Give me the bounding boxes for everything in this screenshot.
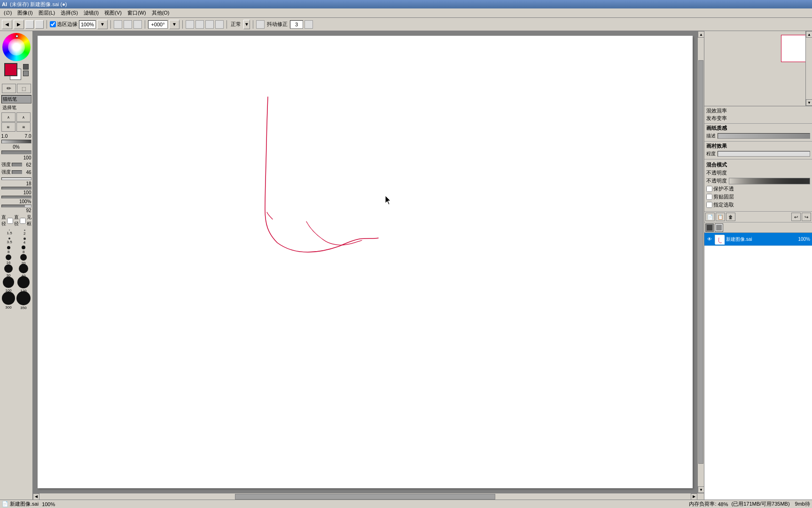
paint-effect-slider[interactable] bbox=[718, 151, 810, 157]
menu-item-null[interactable]: (∅) bbox=[1, 9, 15, 16]
right-vscroll-track[interactable] bbox=[806, 38, 812, 99]
color-wheel-container[interactable] bbox=[2, 33, 31, 61]
brush-dot-20[interactable] bbox=[20, 254, 27, 261]
foreground-color-swatch[interactable] bbox=[4, 63, 17, 76]
zoom-input[interactable] bbox=[79, 20, 96, 29]
stabilize-input[interactable] bbox=[290, 20, 303, 29]
paper-texture-slider[interactable] bbox=[718, 133, 810, 139]
clip-layer-cb[interactable] bbox=[706, 194, 712, 200]
slider-100[interactable] bbox=[1, 151, 31, 154]
tool-d[interactable]: ≋ bbox=[16, 122, 31, 132]
toolbar-sq1[interactable] bbox=[114, 20, 122, 29]
hscroll-track[interactable] bbox=[39, 493, 691, 500]
toolbar-btn-2[interactable]: ▶ bbox=[14, 20, 24, 29]
toolbar-sq2[interactable] bbox=[124, 20, 132, 29]
canvas-inner[interactable] bbox=[38, 36, 693, 488]
angle-down-btn[interactable]: ▼ bbox=[169, 20, 180, 29]
color-wheel[interactable] bbox=[2, 33, 31, 61]
layer-list[interactable]: 👁 新建图像.sai 100% bbox=[704, 233, 812, 500]
menu-item-image[interactable]: 图像(I) bbox=[15, 9, 35, 17]
brush-dot-16[interactable] bbox=[6, 254, 11, 260]
color-extra-1[interactable] bbox=[23, 64, 29, 70]
vscroll-track[interactable] bbox=[698, 38, 704, 486]
layer-btn-undo[interactable]: ↩ bbox=[791, 213, 801, 221]
right-vscroll[interactable]: ▲ ▼ bbox=[805, 31, 812, 106]
brush-dot-8b[interactable] bbox=[22, 246, 25, 249]
preview-thumb[interactable] bbox=[781, 35, 808, 62]
toolbar-sq7[interactable] bbox=[215, 20, 224, 29]
vscroll-up-btn[interactable]: ▲ bbox=[698, 31, 704, 38]
protect-opacity-cb[interactable] bbox=[706, 186, 712, 192]
color-extra-2[interactable] bbox=[23, 71, 29, 76]
vscroll-down-btn[interactable]: ▼ bbox=[698, 486, 704, 493]
brush-dot-1-5[interactable] bbox=[9, 230, 10, 230]
menu-item-filter[interactable]: 滤镜(I) bbox=[81, 9, 102, 17]
toolbar-sq8[interactable] bbox=[256, 20, 265, 29]
menu-item-select[interactable]: 选择(S) bbox=[58, 9, 81, 17]
extra-slider-2[interactable] bbox=[1, 187, 31, 190]
brush-size-list[interactable]: 1.5 2 3.5 4 8 bbox=[1, 228, 31, 309]
brush-dot-120[interactable] bbox=[17, 276, 30, 288]
layer-icon-2[interactable] bbox=[715, 223, 723, 232]
brush-dot-100[interactable] bbox=[3, 277, 14, 288]
hscroll-thumb[interactable] bbox=[235, 494, 495, 500]
selection-edge-checkbox[interactable] bbox=[50, 21, 56, 27]
toolbar-sq6[interactable] bbox=[205, 20, 214, 29]
toolbar-sq3[interactable] bbox=[133, 20, 142, 29]
radius-cb1[interactable] bbox=[7, 218, 13, 224]
tool-a[interactable]: ∧ bbox=[1, 112, 16, 122]
hscroll-left-btn[interactable]: ◀ bbox=[33, 493, 39, 500]
blend-mode-down[interactable]: ▼ bbox=[243, 20, 250, 29]
brush-dot-40[interactable] bbox=[19, 264, 28, 273]
layer-btn-redo[interactable]: ↪ bbox=[802, 213, 811, 221]
tool-extra[interactable]: ⬚ bbox=[17, 84, 31, 93]
layer-item-1[interactable]: 👁 新建图像.sai 100% bbox=[704, 233, 812, 246]
menu-item-view[interactable]: 视图(V) bbox=[102, 9, 125, 17]
specify-select-cb[interactable] bbox=[706, 202, 712, 208]
toolbar-btn-1[interactable]: ◀ bbox=[2, 20, 12, 29]
opacity-slider[interactable] bbox=[729, 178, 810, 184]
strength1-slider[interactable] bbox=[12, 163, 22, 167]
toolbar-btn-3[interactable] bbox=[25, 20, 34, 29]
brush-dot-30[interactable] bbox=[4, 264, 13, 273]
tool-selpencil[interactable]: 选择笔 bbox=[1, 104, 31, 111]
menu-item-window[interactable]: 窗口(W) bbox=[125, 9, 149, 17]
menu-item-layer[interactable]: 图层(L) bbox=[36, 9, 58, 17]
canvas-hscroll[interactable]: ◀ ▶ bbox=[33, 493, 704, 500]
toolbar-btn-4[interactable] bbox=[35, 20, 44, 29]
toolbar-sq5[interactable] bbox=[195, 20, 204, 29]
layer-btn-3[interactable]: 🗑 bbox=[726, 213, 735, 221]
brush-dot-8a[interactable] bbox=[7, 246, 10, 249]
brush-dot-350[interactable] bbox=[16, 291, 31, 305]
brush-dot-4[interactable] bbox=[23, 238, 26, 240]
vscroll-thumb[interactable] bbox=[698, 60, 703, 464]
right-vscroll-up[interactable]: ▲ bbox=[806, 31, 812, 38]
strength2-slider[interactable] bbox=[12, 170, 22, 174]
brush-dot-300[interactable] bbox=[2, 292, 15, 305]
extra-slider-4[interactable] bbox=[1, 205, 31, 207]
angle-input[interactable] bbox=[148, 20, 168, 29]
selection-edge-check[interactable]: 选区边缘 bbox=[50, 21, 78, 28]
hscroll-right-btn[interactable]: ▶ bbox=[691, 493, 697, 500]
brush-dot-2[interactable] bbox=[24, 230, 25, 231]
layer-icon-1[interactable] bbox=[705, 223, 714, 232]
toolbar-sq4[interactable] bbox=[186, 20, 194, 29]
menu-item-other[interactable]: 其他(O) bbox=[149, 9, 172, 17]
brush-dot-3-5[interactable] bbox=[8, 238, 10, 239]
canvas-vscroll[interactable]: ▲ ▼ bbox=[697, 31, 704, 493]
right-vscroll-down[interactable]: ▼ bbox=[806, 99, 812, 106]
radius-cb2[interactable] bbox=[20, 218, 26, 224]
tool-c[interactable]: ≋ bbox=[1, 122, 16, 132]
drawing-canvas[interactable] bbox=[38, 36, 693, 488]
stabilize-sq[interactable] bbox=[304, 20, 313, 29]
tool-pencil[interactable]: ✏ bbox=[2, 84, 16, 93]
zoom-down-btn[interactable]: ▼ bbox=[97, 20, 108, 29]
size-slider[interactable] bbox=[1, 140, 31, 143]
layer-btn-1[interactable]: 📄 bbox=[705, 213, 715, 221]
layer-eye-1[interactable]: 👁 bbox=[706, 236, 713, 243]
canvas-area[interactable] bbox=[33, 31, 697, 493]
tool-catpen[interactable]: 猫纸笔 bbox=[1, 95, 31, 103]
layer-btn-2[interactable]: 📋 bbox=[716, 213, 725, 221]
extra-slider-1[interactable] bbox=[1, 177, 31, 180]
tool-b[interactable]: ∧ bbox=[16, 112, 31, 122]
